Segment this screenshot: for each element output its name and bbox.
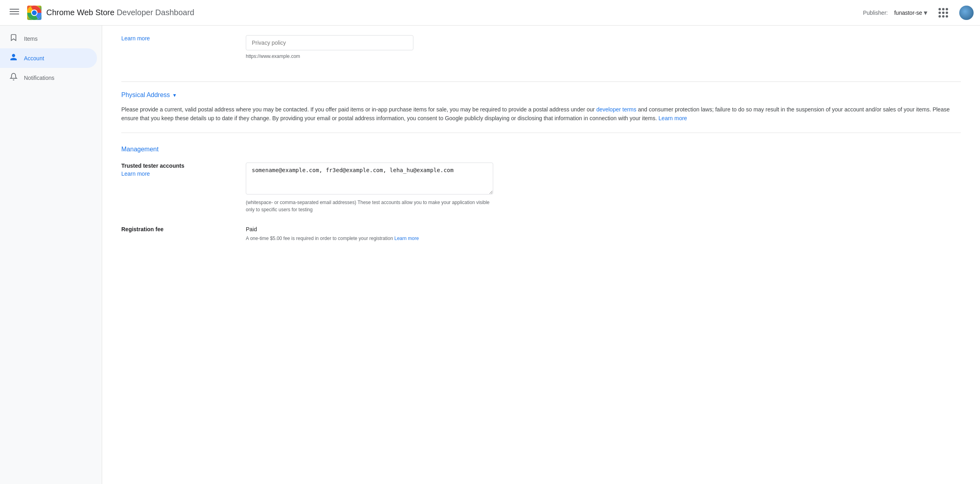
apps-dots (937, 6, 950, 19)
sidebar-item-items-label: Items (24, 36, 38, 42)
app-title-bold: Chrome Web Store (46, 8, 115, 17)
privacy-policy-input-col: https://www.example.com (246, 35, 961, 59)
privacy-policy-label-col: Learn more (121, 35, 233, 42)
dot (939, 15, 941, 18)
header-left: Chrome Web Store Developer Dashboard (6, 4, 194, 22)
publisher-name[interactable]: funastor-se ▾ (894, 8, 927, 17)
trusted-tester-hint: (whitespace- or comma-separated email ad… (246, 199, 493, 213)
publisher-dropdown-icon[interactable]: ▾ (924, 8, 927, 17)
bookmark-icon (10, 34, 18, 44)
publisher-name-text: funastor-se (894, 10, 922, 16)
trusted-tester-textarea[interactable]: somename@example.com, fr3ed@example.com,… (246, 163, 493, 194)
privacy-policy-section: Learn more https://www.example.com (121, 35, 961, 69)
registration-fee-label: Registration fee (121, 226, 233, 232)
trusted-tester-learn-more-link[interactable]: Learn more (121, 171, 150, 177)
trusted-tester-row: Trusted tester accounts Learn more somen… (121, 163, 961, 213)
sidebar-item-items[interactable]: Items (0, 29, 97, 48)
dot (942, 8, 944, 10)
physical-address-chevron-icon[interactable]: ▾ (173, 92, 176, 98)
layout: Items Account Notifications Le (0, 26, 980, 484)
avatar[interactable] (959, 6, 974, 20)
registration-fee-row: Registration fee Paid A one-time $5.00 f… (121, 226, 961, 241)
sidebar: Items Account Notifications (0, 26, 102, 484)
physical-address-section: Physical Address ▾ Please provide a curr… (121, 91, 961, 123)
physical-address-title[interactable]: Physical Address (121, 91, 170, 99)
developer-terms-link[interactable]: developer terms (596, 106, 636, 113)
trusted-tester-label-col: Trusted tester accounts Learn more (121, 163, 233, 177)
section-divider-2 (121, 133, 961, 133)
trusted-tester-label: Trusted tester accounts (121, 163, 233, 169)
dot (939, 8, 941, 10)
registration-fee-learn-more-link[interactable]: Learn more (394, 236, 419, 241)
header: Chrome Web Store Developer Dashboard Pub… (0, 0, 980, 26)
trusted-tester-input-col: somename@example.com, fr3ed@example.com,… (246, 163, 961, 213)
account-icon (10, 53, 18, 63)
registration-fee-label-col: Registration fee (121, 226, 233, 234)
dot (946, 12, 948, 14)
avatar-image (959, 6, 974, 20)
dot (939, 12, 941, 14)
sidebar-item-account[interactable]: Account (0, 48, 97, 68)
management-title: Management (121, 146, 961, 153)
dot (942, 12, 944, 14)
section-divider (121, 81, 961, 82)
svg-rect-0 (10, 9, 19, 10)
sidebar-item-account-label: Account (24, 55, 44, 61)
hamburger-icon[interactable] (6, 4, 22, 22)
physical-address-description: Please provide a current, valid postal a… (121, 105, 961, 123)
registration-fee-value: Paid (246, 226, 961, 232)
svg-point-5 (32, 10, 37, 15)
svg-rect-1 (10, 11, 19, 12)
publisher-label: Publisher: (863, 10, 888, 16)
management-section: Management Trusted tester accounts Learn… (121, 146, 961, 241)
privacy-policy-learn-more-link[interactable]: Learn more (121, 35, 150, 42)
app-title: Chrome Web Store Developer Dashboard (46, 8, 194, 17)
main-content: Learn more https://www.example.com Physi… (102, 26, 980, 484)
privacy-policy-input[interactable] (246, 35, 413, 50)
app-title-light: Developer Dashboard (117, 8, 194, 17)
bell-icon (10, 73, 18, 83)
physical-address-header: Physical Address ▾ (121, 91, 961, 99)
apps-grid-icon[interactable] (934, 3, 953, 22)
svg-rect-2 (10, 14, 19, 14)
privacy-policy-hint: https://www.example.com (246, 54, 961, 59)
dot (946, 8, 948, 10)
dot (946, 15, 948, 18)
header-right: Publisher: funastor-se ▾ (863, 3, 974, 22)
registration-fee-hint: A one-time $5.00 fee is required in orde… (246, 236, 493, 241)
physical-address-learn-more-link[interactable]: Learn more (658, 115, 687, 121)
dot (942, 15, 944, 18)
chrome-logo (27, 6, 41, 20)
registration-fee-value-col: Paid A one-time $5.00 fee is required in… (246, 226, 961, 241)
sidebar-item-notifications[interactable]: Notifications (0, 68, 97, 87)
sidebar-item-notifications-label: Notifications (24, 75, 54, 81)
